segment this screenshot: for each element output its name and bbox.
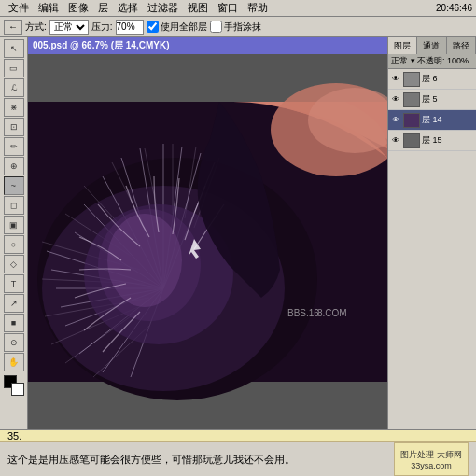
tool-pencil[interactable]: ✏ xyxy=(4,137,24,156)
menu-help[interactable]: 帮助 xyxy=(243,1,273,15)
mode-label: 方式: xyxy=(25,21,47,34)
layer-row-15[interactable]: 👁 层 15 xyxy=(388,131,476,151)
menu-view[interactable]: 视图 xyxy=(183,1,213,15)
layer-name-15: 层 15 xyxy=(422,134,442,147)
layer-name-5: 层 5 xyxy=(422,93,438,105)
status-box-line1: 图片处理 大师网 xyxy=(400,449,462,461)
step-number: 35. xyxy=(7,430,21,441)
mode-select[interactable]: 正常 xyxy=(49,20,89,35)
main-area: ↖ ▭ ℒ ⋇ ⊡ ✏ ⊕ ~ ◻ ▣ ○ ◇ T ↗ ■ ⊙ ✋ 005.ps… xyxy=(0,37,476,429)
tab-channels[interactable]: 通道 xyxy=(417,37,446,54)
svg-text:BBS.16: BBS.16 xyxy=(287,308,319,318)
tool-eraser[interactable]: ◻ xyxy=(4,196,24,215)
layer-eye-5[interactable]: 👁 xyxy=(390,94,401,105)
use-all-layers-checkbox[interactable] xyxy=(147,21,159,33)
layer-row-14[interactable]: 👁 层 14 xyxy=(388,110,476,131)
tool-lasso[interactable]: ℒ xyxy=(4,78,24,97)
tool-paint-bucket[interactable]: ▣ xyxy=(4,216,24,234)
status-box: 图片处理 大师网 33ysa.com xyxy=(394,442,469,476)
layer-thumb-14 xyxy=(403,113,420,128)
tool-magic-wand[interactable]: ⋇ xyxy=(4,98,24,117)
status-text: 这个是是用压感笔可能会很方便些，可惜那玩意儿我还不会用。 xyxy=(7,453,295,467)
tool-measure[interactable]: ↗ xyxy=(4,294,24,313)
tab-layers[interactable]: 图层 xyxy=(388,37,417,54)
tool-zoom[interactable]: ⊙ xyxy=(4,333,24,352)
menu-layer[interactable]: 层 xyxy=(93,1,113,15)
use-all-layers-label: 使用全部层 xyxy=(161,21,207,34)
layer-name-14: 层 14 xyxy=(422,114,442,126)
pressure-input[interactable] xyxy=(116,20,144,35)
layer-thumb-15 xyxy=(403,133,420,148)
menu-image[interactable]: 图像 xyxy=(63,1,93,15)
layers-header: 正常 ▾ 不透明: 100% xyxy=(388,54,476,69)
canvas-content[interactable]: BBS.16 8.COM xyxy=(28,54,387,429)
finger-paint-checkbox[interactable] xyxy=(210,21,222,33)
tool-arrow[interactable]: ↖ xyxy=(4,39,24,58)
tool-crop[interactable]: ⊡ xyxy=(4,118,24,136)
menu-bar: 文件 编辑 图像 层 选择 过滤器 视图 窗口 帮助 20:46:46 xyxy=(0,0,476,17)
layers-panel: 正常 ▾ 不透明: 100% 👁 层 6 👁 层 5 👁 层 14 👁 xyxy=(388,54,476,429)
tool-hand[interactable]: ✋ xyxy=(4,353,24,371)
menu-filter[interactable]: 过滤器 xyxy=(143,1,183,15)
tool-pen[interactable]: ◇ xyxy=(4,255,24,273)
toolbox: ↖ ▭ ℒ ⋇ ⊡ ✏ ⊕ ~ ◻ ▣ ○ ◇ T ↗ ■ ⊙ ✋ xyxy=(0,37,28,429)
layer-eye-6[interactable]: 👁 xyxy=(390,74,401,85)
tool-smudge[interactable]: ~ xyxy=(4,176,24,195)
tool-clone[interactable]: ⊕ xyxy=(4,157,24,175)
right-panel: 图层 通道 路径 正常 ▾ 不透明: 100% 👁 层 6 👁 层 5 👁 xyxy=(387,37,476,429)
tool-gradient[interactable]: ■ xyxy=(4,314,24,332)
use-all-layers-row: 使用全部层 xyxy=(147,21,207,34)
canvas-title-bar: 005.psd @ 66.7% (层 14,CMYK) xyxy=(28,37,387,54)
menu-file[interactable]: 文件 xyxy=(4,1,34,15)
layers-options: 正常 ▾ 不透明: 100% xyxy=(391,55,469,67)
toolbar-arrow-btn[interactable]: ← xyxy=(4,20,22,35)
illustration: BBS.16 8.COM xyxy=(28,54,387,429)
tool-marquee[interactable]: ▭ xyxy=(4,59,24,77)
finger-paint-label: 手指涂抹 xyxy=(224,21,261,34)
pressure-label: 压力: xyxy=(91,21,113,34)
system-time: 20:46:46 xyxy=(436,3,472,13)
layer-thumb-5 xyxy=(403,92,420,107)
toolbar: ← 方式: 正常 压力: 使用全部层 手指涂抹 xyxy=(0,17,476,37)
menu-edit[interactable]: 编辑 xyxy=(34,1,63,15)
layer-row-6[interactable]: 👁 层 6 xyxy=(388,69,476,90)
background-color[interactable] xyxy=(11,383,24,396)
color-swatch[interactable] xyxy=(4,375,24,396)
menu-select[interactable]: 选择 xyxy=(113,1,143,15)
status-step-row: 35. xyxy=(0,430,476,442)
layer-row-5[interactable]: 👁 层 5 xyxy=(388,90,476,110)
status-bottom: 这个是是用压感笔可能会很方便些，可惜那玩意儿我还不会用。 图片处理 大师网 33… xyxy=(0,442,476,476)
canvas-area: 005.psd @ 66.7% (层 14,CMYK) xyxy=(28,37,387,429)
tool-dodge[interactable]: ○ xyxy=(4,235,24,254)
status-bar: 35. 这个是是用压感笔可能会很方便些，可惜那玩意儿我还不会用。 图片处理 大师… xyxy=(0,429,476,476)
layer-eye-14[interactable]: 👁 xyxy=(390,115,401,126)
tool-text[interactable]: T xyxy=(4,274,24,293)
status-box-line2: 33ysa.com xyxy=(411,461,452,470)
canvas-title: 005.psd @ 66.7% (层 14,CMYK) xyxy=(33,39,169,52)
svg-text:8.COM: 8.COM xyxy=(317,308,347,318)
layer-eye-15[interactable]: 👁 xyxy=(390,135,401,147)
tab-paths[interactable]: 路径 xyxy=(447,37,476,54)
menu-window[interactable]: 窗口 xyxy=(213,1,243,15)
layer-thumb-6 xyxy=(403,72,420,87)
finger-paint-row: 手指涂抹 xyxy=(210,21,261,34)
panel-tabs: 图层 通道 路径 xyxy=(388,37,476,54)
layer-name-6: 层 6 xyxy=(422,73,438,85)
